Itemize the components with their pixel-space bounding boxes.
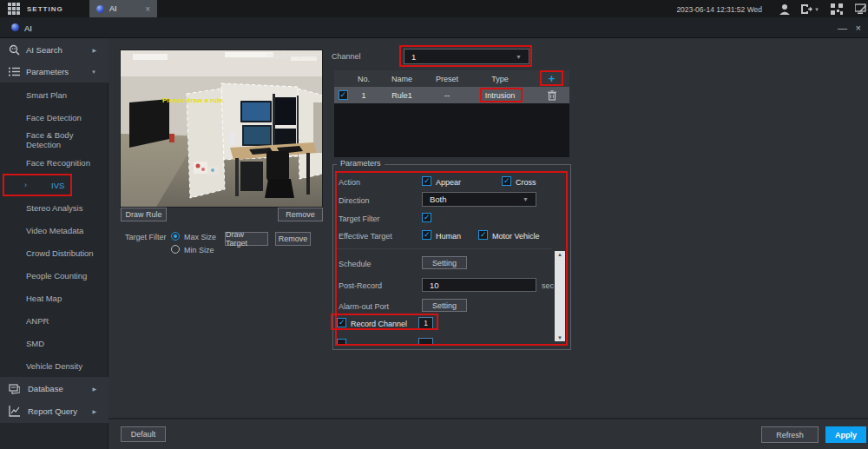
record-channel-value-button[interactable]: 1: [418, 317, 433, 329]
sidebar-item-video-metadata[interactable]: Video Metadata: [0, 221, 108, 240]
sidebar-item-vehicle-density[interactable]: Vehicle Density: [0, 356, 108, 375]
delete-icon[interactable]: [548, 90, 556, 101]
tab-close-icon[interactable]: ×: [145, 4, 150, 14]
draw-rule-hint-text: Please draw a rule.: [162, 96, 225, 104]
vertical-scrollbar[interactable]: ▲ ▼: [555, 251, 565, 341]
chevron-right-icon: ▶: [92, 47, 96, 53]
min-size-radio[interactable]: [171, 245, 180, 254]
cross-checkbox[interactable]: [502, 176, 511, 186]
appear-checkbox[interactable]: [422, 176, 431, 186]
partial-row-button[interactable]: [418, 338, 433, 346]
top-bar: SETTING AI × 2023-06-14 12:31:52 Wed ▼: [0, 0, 868, 17]
remove-rule-button[interactable]: Remove: [278, 208, 323, 221]
user-icon[interactable]: [779, 3, 791, 15]
display-config-icon[interactable]: [855, 3, 867, 15]
record-channel-checkbox[interactable]: [337, 318, 346, 327]
direction-select[interactable]: Both ▼: [422, 192, 536, 207]
chevron-right-icon: ▶: [92, 386, 96, 392]
chevron-down-icon: ▼: [516, 54, 522, 60]
refresh-button[interactable]: Refresh: [761, 426, 819, 443]
setting-label[interactable]: SETTING: [27, 5, 63, 13]
chevron-right-icon: ▶: [92, 408, 96, 414]
remove-target-button[interactable]: Remove: [275, 232, 311, 246]
action-label: Action: [339, 178, 360, 187]
record-channel-label: Record Channel: [351, 320, 407, 328]
target-filter-checkbox[interactable]: [422, 213, 431, 222]
max-size-label: Max Size: [184, 233, 216, 241]
target-filter-param-label: Target Filter: [339, 215, 380, 223]
sidebar-item-smart-plan[interactable]: Smart Plan: [0, 85, 108, 104]
parameters-list-icon: [9, 66, 20, 77]
home-grid-icon[interactable]: [8, 3, 20, 15]
footer-divider: [108, 418, 868, 419]
sidebar-item-face-recognition[interactable]: Face Recognition: [0, 153, 108, 172]
chevron-down-icon: ▼: [523, 196, 529, 202]
page-title: AI: [24, 23, 32, 33]
human-label: Human: [436, 232, 461, 241]
sidebar-item-ivs[interactable]: › IVS: [0, 175, 108, 195]
sidebar-item-ai-search[interactable]: AI Search ▶: [0, 39, 108, 61]
post-record-label: Post-Record: [339, 281, 382, 290]
panel-divider: [337, 248, 552, 249]
add-rule-button[interactable]: +: [534, 70, 569, 87]
motor-vehicle-label: Motor Vehicle: [492, 232, 540, 241]
logout-caret-icon[interactable]: ▼: [814, 7, 819, 12]
sidebar-item-database[interactable]: Database ▶: [0, 378, 108, 399]
post-record-input[interactable]: 10: [422, 278, 536, 292]
sidebar-item-report-query[interactable]: Report Query ▶: [0, 400, 108, 422]
logout-icon[interactable]: [800, 3, 812, 15]
alarm-out-setting-button[interactable]: Setting: [422, 299, 467, 312]
video-timestamp: 2023-06-14 12:31:52: [266, 53, 319, 59]
effective-target-label: Effective Target: [339, 232, 392, 241]
sidebar-item-parameters[interactable]: Parameters ▼: [0, 61, 108, 83]
sidebar-item-heat-map[interactable]: Heat Map: [0, 288, 108, 307]
sidebar-item-smd[interactable]: SMD: [0, 333, 108, 353]
report-chart-icon: [9, 406, 20, 417]
table-row[interactable]: 1 Rule1 -- Intrusion: [334, 87, 569, 103]
ai-search-icon: [9, 44, 20, 56]
database-icon: [9, 383, 20, 394]
human-checkbox[interactable]: [422, 230, 431, 240]
close-icon[interactable]: ×: [856, 23, 861, 33]
partial-row-checkbox[interactable]: [337, 339, 346, 346]
sidebar-item-face-detection[interactable]: Face Detection: [0, 108, 108, 127]
draw-target-button[interactable]: Draw Target: [225, 232, 268, 246]
chevron-down-icon: ▼: [91, 69, 96, 75]
rule-enable-checkbox[interactable]: [339, 90, 348, 100]
tab-ai[interactable]: AI ×: [89, 0, 157, 17]
sidebar-item-face-body-detection[interactable]: Face & Body Detection: [0, 130, 108, 149]
draw-rule-button[interactable]: Draw Rule: [121, 208, 167, 221]
appear-label: Appear: [436, 178, 461, 187]
minimize-icon[interactable]: —: [838, 23, 847, 33]
schedule-label: Schedule: [339, 260, 372, 268]
ai-globe-icon: [96, 5, 104, 13]
alarm-out-label: Alarm-out Port: [339, 302, 389, 311]
scroll-down-icon[interactable]: ▼: [557, 334, 562, 341]
cross-label: Cross: [516, 178, 536, 187]
scroll-up-icon[interactable]: ▲: [557, 251, 562, 258]
sidebar: AI Search ▶ Parameters ▼ Smart Plan Face…: [0, 38, 108, 449]
qr-code-icon[interactable]: [831, 3, 843, 15]
max-size-radio[interactable]: [171, 232, 180, 241]
tab-ai-label: AI: [109, 4, 117, 13]
target-filter-label: Target Filter: [125, 233, 167, 241]
rules-table: No. Name Preset Type + 1 Rule1 -- Intrus…: [334, 70, 569, 157]
chevron-right-icon: ›: [24, 181, 27, 189]
ai-globe-icon: [11, 23, 19, 31]
default-button[interactable]: Default: [121, 426, 166, 442]
parameters-legend: Parameters: [337, 159, 385, 168]
app-window: SETTING AI × 2023-06-14 12:31:52 Wed ▼: [0, 0, 868, 449]
camera-preview[interactable]: Please draw a rule. 2023-06-14 12:31:52: [120, 50, 323, 208]
sidebar-item-stereo-analysis[interactable]: Stereo Analysis: [0, 198, 108, 217]
page-header: AI — ×: [0, 17, 868, 38]
parameters-scroll-area: Schedule Setting Post-Record 10 sec. Ala…: [333, 252, 554, 346]
schedule-setting-button[interactable]: Setting: [422, 256, 467, 269]
sidebar-item-crowd-distribution[interactable]: Crowd Distribution: [0, 243, 108, 262]
min-size-label: Min Size: [184, 246, 214, 254]
post-record-unit: sec.: [542, 281, 554, 290]
motor-vehicle-checkbox[interactable]: [478, 230, 488, 240]
sidebar-item-people-counting[interactable]: People Counting: [0, 266, 108, 285]
sidebar-item-anpr[interactable]: ANPR: [0, 311, 108, 330]
channel-select[interactable]: 1 ▼: [404, 49, 529, 64]
apply-button[interactable]: Apply: [825, 426, 866, 443]
